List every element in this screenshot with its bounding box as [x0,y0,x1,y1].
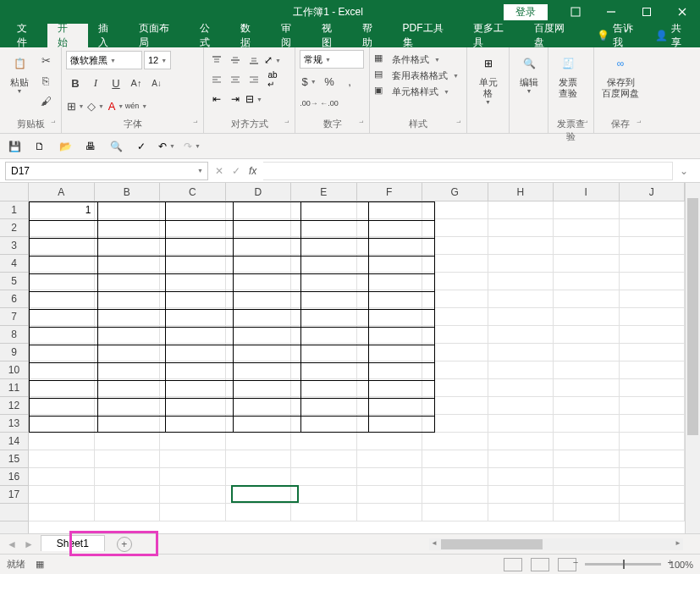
cell[interactable] [291,361,357,379]
tab-review[interactable]: 审阅 [271,24,311,47]
vertical-scrollbar[interactable] [685,183,700,533]
minimize-icon[interactable] [593,0,629,24]
fx-icon[interactable]: fx [249,165,256,177]
cell[interactable] [95,290,161,308]
cell[interactable] [226,415,292,433]
cell[interactable] [554,237,620,255]
cell[interactable] [29,415,95,433]
cell[interactable] [160,433,226,450]
cell[interactable] [291,450,357,468]
cell[interactable] [488,219,554,237]
tab-pdf[interactable]: PDF工具集 [393,24,464,47]
cancel-formula-icon[interactable]: ✕ [215,165,223,177]
print-preview-icon[interactable]: 🔍 [108,139,124,154]
row-header[interactable]: 11 [0,379,28,397]
cell[interactable] [357,237,423,255]
cell[interactable] [29,344,95,361]
zoom-level[interactable]: 100% [670,560,693,570]
cell[interactable] [95,397,161,415]
cell[interactable] [422,201,488,219]
cell[interactable] [554,361,620,379]
align-middle-button[interactable] [227,52,244,69]
cell[interactable] [95,361,161,379]
cell[interactable] [422,237,488,255]
cell[interactable] [422,379,488,397]
column-header[interactable]: I [554,183,620,201]
row-header[interactable]: 13 [0,415,28,433]
font-size-combo[interactable]: 12▼ [144,51,171,69]
cell[interactable] [160,237,226,255]
cell[interactable] [160,273,226,290]
cell[interactable] [422,344,488,361]
align-left-button[interactable] [208,71,225,88]
tab-home[interactable]: 开始 [47,24,88,47]
cell[interactable] [422,308,488,326]
cell[interactable] [488,504,554,521]
cell[interactable] [226,219,292,237]
cell[interactable] [226,255,292,273]
row-header[interactable]: 5 [0,273,28,290]
tab-view[interactable]: 视图 [311,24,352,47]
cell[interactable] [554,290,620,308]
cell[interactable] [620,273,686,290]
zoom-slider[interactable]: −+ [585,563,661,566]
cell[interactable] [160,308,226,326]
row-header[interactable]: 17 [0,486,28,504]
cell[interactable] [488,361,554,379]
cell[interactable] [554,486,620,504]
cell[interactable] [291,397,357,415]
cell[interactable] [620,308,686,326]
cell[interactable] [357,433,423,450]
cell[interactable] [357,379,423,397]
cell[interactable] [488,344,554,361]
cell[interactable] [554,308,620,326]
cell[interactable] [357,290,423,308]
cell[interactable] [95,201,161,219]
border-button[interactable]: ⊞▼ [66,97,85,115]
cells-button[interactable]: ⊞单元格▼ [471,50,504,107]
row-header[interactable]: 4 [0,255,28,273]
cell[interactable] [29,361,95,379]
cell[interactable] [226,468,292,486]
cell[interactable] [226,273,292,290]
row-header[interactable]: 2 [0,219,28,237]
page-layout-view-button[interactable] [531,558,549,571]
cell[interactable] [554,201,620,219]
cell[interactable] [620,237,686,255]
cell[interactable] [422,326,488,344]
cell[interactable] [95,344,161,361]
fill-color-button[interactable]: ◇▼ [86,97,105,115]
cell[interactable] [488,433,554,450]
cell[interactable] [357,504,423,521]
cell[interactable] [160,450,226,468]
cell[interactable] [226,237,292,255]
column-header[interactable]: H [488,183,554,201]
cell[interactable] [160,504,226,521]
cell[interactable] [291,379,357,397]
row-header[interactable]: 12 [0,397,28,415]
font-name-combo[interactable]: 微软雅黑▼ [66,51,142,69]
cell[interactable] [357,486,423,504]
cell[interactable] [291,273,357,290]
cell[interactable] [29,397,95,415]
cell[interactable] [357,397,423,415]
expand-formula-icon[interactable]: ⌄ [680,165,695,177]
cell[interactable] [29,255,95,273]
cell[interactable] [357,344,423,361]
cell[interactable] [291,415,357,433]
row-header[interactable]: 16 [0,468,28,486]
cell[interactable] [29,433,95,450]
cell[interactable]: 1 [29,201,95,219]
cell[interactable] [29,379,95,397]
row-header[interactable]: 8 [0,326,28,344]
tab-more[interactable]: 更多工具 [463,24,524,47]
cell[interactable] [488,237,554,255]
cell[interactable] [620,290,686,308]
cell[interactable] [29,504,95,521]
cell[interactable] [226,201,292,219]
cell[interactable] [291,433,357,450]
cell[interactable] [226,344,292,361]
cell[interactable] [620,468,686,486]
italic-button[interactable]: I [86,74,105,92]
cell-styles-button[interactable]: ▣单元格样式▼ [374,85,459,98]
